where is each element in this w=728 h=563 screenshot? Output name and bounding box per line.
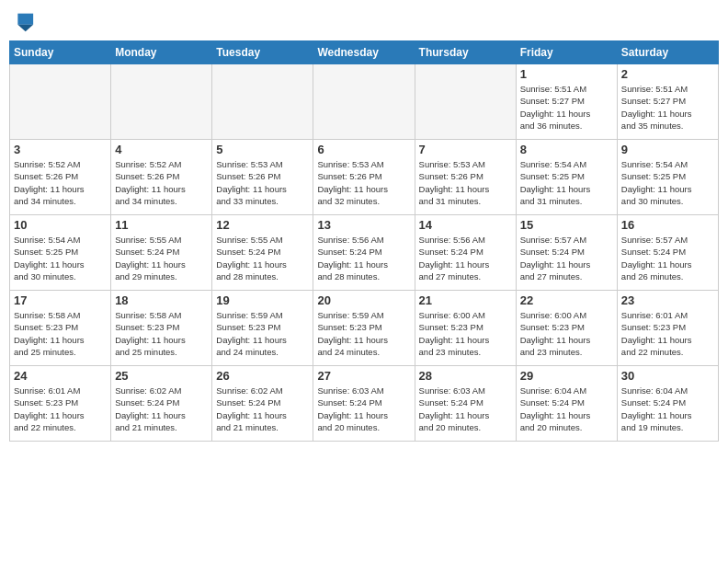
day-number: 6 <box>317 143 410 156</box>
weekday-header: Monday <box>111 41 212 64</box>
weekday-header: Sunday <box>10 41 111 64</box>
day-info: Sunrise: 5:55 AM Sunset: 5:24 PM Dayligh… <box>115 234 208 282</box>
day-info: Sunrise: 6:01 AM Sunset: 5:23 PM Dayligh… <box>14 385 107 433</box>
calendar-day-cell: 10Sunrise: 5:54 AM Sunset: 5:25 PM Dayli… <box>10 215 111 291</box>
day-number: 28 <box>419 369 512 383</box>
day-number: 20 <box>317 293 410 307</box>
day-info: Sunrise: 5:57 AM Sunset: 5:24 PM Dayligh… <box>520 234 613 282</box>
day-number: 17 <box>14 293 107 307</box>
weekday-header: Tuesday <box>212 41 313 64</box>
day-number: 14 <box>419 218 512 232</box>
svg-marker-0 <box>17 14 33 25</box>
calendar-day-cell: 1Sunrise: 5:51 AM Sunset: 5:27 PM Daylig… <box>516 64 617 140</box>
svg-marker-1 <box>17 25 33 31</box>
calendar-day-cell <box>111 64 212 140</box>
calendar-week-row: 1Sunrise: 5:51 AM Sunset: 5:27 PM Daylig… <box>10 64 719 140</box>
day-number: 4 <box>115 143 208 156</box>
calendar-day-cell: 23Sunrise: 6:01 AM Sunset: 5:23 PM Dayli… <box>617 291 718 366</box>
day-info: Sunrise: 5:59 AM Sunset: 5:23 PM Dayligh… <box>216 309 309 358</box>
calendar-day-cell: 28Sunrise: 6:03 AM Sunset: 5:24 PM Dayli… <box>415 366 516 442</box>
calendar-week-row: 10Sunrise: 5:54 AM Sunset: 5:25 PM Dayli… <box>10 215 719 291</box>
calendar-day-cell: 20Sunrise: 5:59 AM Sunset: 5:23 PM Dayli… <box>313 291 415 366</box>
day-number: 24 <box>14 369 107 383</box>
logo <box>9 9 37 35</box>
calendar-week-row: 24Sunrise: 6:01 AM Sunset: 5:23 PM Dayli… <box>10 366 719 442</box>
calendar-day-cell: 25Sunrise: 6:02 AM Sunset: 5:24 PM Dayli… <box>111 366 212 442</box>
calendar-day-cell: 3Sunrise: 5:52 AM Sunset: 5:26 PM Daylig… <box>10 140 111 215</box>
day-number: 5 <box>216 143 309 156</box>
calendar-day-cell: 7Sunrise: 5:53 AM Sunset: 5:26 PM Daylig… <box>415 140 516 215</box>
day-info: Sunrise: 6:04 AM Sunset: 5:24 PM Dayligh… <box>520 385 613 433</box>
calendar-day-cell: 19Sunrise: 5:59 AM Sunset: 5:23 PM Dayli… <box>212 291 313 366</box>
day-info: Sunrise: 5:51 AM Sunset: 5:27 PM Dayligh… <box>621 83 714 132</box>
day-info: Sunrise: 5:53 AM Sunset: 5:26 PM Dayligh… <box>216 158 309 207</box>
day-info: Sunrise: 6:00 AM Sunset: 5:23 PM Dayligh… <box>419 309 512 358</box>
day-info: Sunrise: 6:03 AM Sunset: 5:24 PM Dayligh… <box>317 385 410 433</box>
day-number: 23 <box>621 293 714 307</box>
day-number: 19 <box>216 293 309 307</box>
day-info: Sunrise: 5:55 AM Sunset: 5:24 PM Dayligh… <box>216 234 309 282</box>
day-number: 13 <box>317 218 410 232</box>
day-number: 10 <box>14 218 107 232</box>
calendar-day-cell: 9Sunrise: 5:54 AM Sunset: 5:25 PM Daylig… <box>617 140 718 215</box>
calendar-day-cell: 29Sunrise: 6:04 AM Sunset: 5:24 PM Dayli… <box>516 366 617 442</box>
weekday-header: Thursday <box>415 41 516 64</box>
day-number: 30 <box>621 369 714 383</box>
day-number: 26 <box>216 369 309 383</box>
day-number: 3 <box>14 143 107 156</box>
calendar-day-cell: 11Sunrise: 5:55 AM Sunset: 5:24 PM Dayli… <box>111 215 212 291</box>
calendar-day-cell: 22Sunrise: 6:00 AM Sunset: 5:23 PM Dayli… <box>516 291 617 366</box>
day-info: Sunrise: 5:56 AM Sunset: 5:24 PM Dayligh… <box>317 234 410 282</box>
calendar-week-row: 3Sunrise: 5:52 AM Sunset: 5:26 PM Daylig… <box>10 140 719 215</box>
day-number: 25 <box>115 369 208 383</box>
day-number: 2 <box>621 67 714 81</box>
day-info: Sunrise: 5:54 AM Sunset: 5:25 PM Dayligh… <box>520 158 613 207</box>
day-info: Sunrise: 5:59 AM Sunset: 5:23 PM Dayligh… <box>317 309 410 358</box>
calendar-day-cell: 8Sunrise: 5:54 AM Sunset: 5:25 PM Daylig… <box>516 140 617 215</box>
weekday-header: Saturday <box>617 41 718 64</box>
calendar-day-cell: 6Sunrise: 5:53 AM Sunset: 5:26 PM Daylig… <box>313 140 415 215</box>
day-info: Sunrise: 6:02 AM Sunset: 5:24 PM Dayligh… <box>216 385 309 433</box>
calendar-day-cell: 27Sunrise: 6:03 AM Sunset: 5:24 PM Dayli… <box>313 366 415 442</box>
day-info: Sunrise: 5:53 AM Sunset: 5:26 PM Dayligh… <box>419 158 512 207</box>
calendar-day-cell: 16Sunrise: 5:57 AM Sunset: 5:24 PM Dayli… <box>617 215 718 291</box>
day-number: 7 <box>419 143 512 156</box>
day-number: 21 <box>419 293 512 307</box>
calendar-day-cell: 18Sunrise: 5:58 AM Sunset: 5:23 PM Dayli… <box>111 291 212 366</box>
calendar-day-cell <box>10 64 111 140</box>
day-info: Sunrise: 6:00 AM Sunset: 5:23 PM Dayligh… <box>520 309 613 358</box>
calendar-day-cell: 14Sunrise: 5:56 AM Sunset: 5:24 PM Dayli… <box>415 215 516 291</box>
day-number: 27 <box>317 369 410 383</box>
day-number: 18 <box>115 293 208 307</box>
calendar-day-cell: 26Sunrise: 6:02 AM Sunset: 5:24 PM Dayli… <box>212 366 313 442</box>
calendar-day-cell: 13Sunrise: 5:56 AM Sunset: 5:24 PM Dayli… <box>313 215 415 291</box>
day-info: Sunrise: 5:51 AM Sunset: 5:27 PM Dayligh… <box>520 83 613 132</box>
day-info: Sunrise: 6:02 AM Sunset: 5:24 PM Dayligh… <box>115 385 208 433</box>
day-number: 11 <box>115 218 208 232</box>
day-info: Sunrise: 5:52 AM Sunset: 5:26 PM Dayligh… <box>14 158 107 207</box>
day-info: Sunrise: 5:57 AM Sunset: 5:24 PM Dayligh… <box>621 234 714 282</box>
day-info: Sunrise: 5:53 AM Sunset: 5:26 PM Dayligh… <box>317 158 410 207</box>
day-number: 1 <box>520 67 613 81</box>
calendar-day-cell: 12Sunrise: 5:55 AM Sunset: 5:24 PM Dayli… <box>212 215 313 291</box>
calendar-day-cell <box>212 64 313 140</box>
page-header <box>9 9 719 35</box>
calendar-day-cell: 24Sunrise: 6:01 AM Sunset: 5:23 PM Dayli… <box>10 366 111 442</box>
day-number: 12 <box>216 218 309 232</box>
calendar-day-cell: 5Sunrise: 5:53 AM Sunset: 5:26 PM Daylig… <box>212 140 313 215</box>
day-info: Sunrise: 6:03 AM Sunset: 5:24 PM Dayligh… <box>419 385 512 433</box>
calendar-day-cell: 17Sunrise: 5:58 AM Sunset: 5:23 PM Dayli… <box>10 291 111 366</box>
day-info: Sunrise: 5:54 AM Sunset: 5:25 PM Dayligh… <box>14 234 107 282</box>
logo-icon <box>9 9 35 35</box>
calendar-day-cell: 30Sunrise: 6:04 AM Sunset: 5:24 PM Dayli… <box>617 366 718 442</box>
day-number: 15 <box>520 218 613 232</box>
calendar-day-cell <box>313 64 415 140</box>
calendar-day-cell <box>415 64 516 140</box>
calendar-day-cell: 15Sunrise: 5:57 AM Sunset: 5:24 PM Dayli… <box>516 215 617 291</box>
weekday-header-row: SundayMondayTuesdayWednesdayThursdayFrid… <box>10 41 719 64</box>
day-info: Sunrise: 5:52 AM Sunset: 5:26 PM Dayligh… <box>115 158 208 207</box>
day-number: 22 <box>520 293 613 307</box>
day-number: 9 <box>621 143 714 156</box>
day-info: Sunrise: 5:58 AM Sunset: 5:23 PM Dayligh… <box>14 309 107 358</box>
day-info: Sunrise: 5:56 AM Sunset: 5:24 PM Dayligh… <box>419 234 512 282</box>
